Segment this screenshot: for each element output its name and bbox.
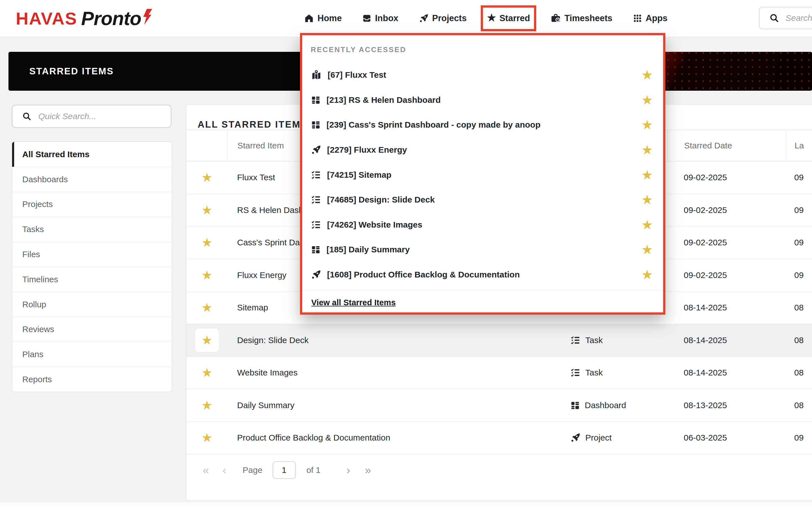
row-star-cell[interactable]: ★ [186, 259, 227, 291]
row-starred-date: 09-02-2025 [667, 161, 786, 194]
row-item-name[interactable]: Daily Summary [227, 400, 570, 410]
starred-filter-list: All Starred Items Dashboards Projects Ta… [12, 142, 172, 392]
star-icon[interactable]: ★ [201, 204, 212, 216]
star-icon[interactable]: ★ [201, 269, 212, 281]
star-icon[interactable]: ★ [642, 193, 653, 206]
sidebar-filter-item[interactable]: Timelines [12, 267, 172, 292]
star-icon[interactable]: ★ [642, 218, 653, 231]
main-nav: Home Inbox [304, 0, 668, 37]
recently-accessed-item[interactable]: [185] Daily Summary ★ [302, 237, 663, 262]
sidebar-filter-label: Reports [22, 375, 52, 384]
row-star-cell[interactable]: ★ [186, 356, 227, 389]
recently-accessed-item[interactable]: [1608] Product Office Backlog & Document… [302, 262, 663, 287]
star-icon[interactable]: ★ [642, 168, 653, 181]
row-item-name[interactable]: Website Images [227, 368, 570, 378]
rocket-icon [419, 13, 429, 23]
recently-accessed-label[interactable]: [239] Cass's Sprint Dashboard - copy mad… [326, 120, 541, 129]
star-icon[interactable]: ★ [642, 68, 653, 81]
row-star-cell[interactable]: ★ [186, 291, 227, 324]
nav-item[interactable]: ★ Starred [487, 13, 530, 23]
recently-accessed-label[interactable]: [74215] Sitemap [327, 170, 391, 180]
recently-accessed-label[interactable]: [185] Daily Summary [326, 245, 410, 255]
row-type-label: Task [585, 335, 603, 345]
quick-search-input[interactable]: Quick Search... [12, 105, 171, 128]
recently-accessed-item[interactable]: [74262] Website Images ★ [302, 212, 663, 237]
header-starred-date: Starred Date [668, 130, 786, 161]
star-icon[interactable]: ★ [642, 243, 653, 256]
recently-accessed-item[interactable]: [74215] Sitemap ★ [302, 162, 663, 187]
row-type-label: Dashboard [585, 400, 626, 410]
star-icon[interactable]: ★ [201, 171, 212, 184]
row-last-date-partial: 08 [786, 324, 812, 356]
star-icon[interactable]: ★ [642, 268, 653, 281]
recently-accessed-item[interactable]: [67] Fluxx Test ★ [302, 62, 663, 88]
sidebar-filter-item[interactable]: Tasks [12, 217, 172, 242]
table-row[interactable]: ★ Product Office Backlog & Documentation… [186, 421, 812, 454]
table-row[interactable]: ★ Design: Slide Deck Task 08-14-2025 08 [186, 324, 812, 357]
rocket-icon [570, 432, 581, 443]
recently-accessed-item[interactable]: [74685] Design: Slide Deck ★ [302, 187, 663, 212]
row-type-cell: Project [570, 421, 667, 454]
star-icon[interactable]: ★ [201, 367, 212, 379]
row-starred-date: 08-14-2025 [667, 356, 786, 389]
row-type-cell: Task [570, 324, 667, 356]
prev-page-button[interactable]: ‹ [222, 464, 226, 476]
recently-accessed-label[interactable]: [1608] Product Office Backlog & Document… [327, 270, 520, 279]
sidebar-filter-label: Timelines [22, 275, 58, 284]
row-star-cell[interactable]: ★ [186, 161, 227, 194]
global-search-input[interactable]: Search P [759, 7, 812, 29]
row-starred-date: 08-14-2025 [667, 291, 786, 324]
nav-item[interactable]: Apps [633, 13, 668, 23]
recently-accessed-item[interactable]: [239] Cass's Sprint Dashboard - copy mad… [302, 112, 663, 137]
table-row[interactable]: ★ Website Images Task 08-14-2025 08 [186, 356, 812, 389]
recently-accessed-label[interactable]: [74262] Website Images [327, 220, 422, 230]
sidebar-filter-item[interactable]: Reviews [12, 317, 172, 342]
row-star-cell[interactable]: ★ [186, 194, 227, 226]
row-star-cell[interactable]: ★ [186, 226, 227, 259]
star-icon[interactable]: ★ [201, 432, 212, 444]
recently-accessed-label[interactable]: [213] RS & Helen Dashboard [326, 95, 441, 105]
row-item-name[interactable]: Design: Slide Deck [227, 335, 570, 345]
starred-dropdown: RECENTLY ACCESSED [67] Fluxx Test ★ [300, 33, 665, 315]
star-icon[interactable]: ★ [642, 94, 653, 107]
row-item-name[interactable]: Product Office Backlog & Documentation [227, 433, 570, 443]
row-star-cell[interactable]: ★ [186, 324, 227, 356]
top-bar: HAVAS Pronto Home [0, 0, 812, 37]
star-icon[interactable]: ★ [201, 399, 212, 411]
row-star-cell[interactable]: ★ [186, 421, 227, 454]
view-all-starred-link[interactable]: View all Starred Items [311, 298, 396, 307]
star-icon[interactable]: ★ [201, 301, 212, 314]
sidebar-filter-item[interactable]: Reports [12, 367, 172, 392]
recently-accessed-item[interactable]: [213] RS & Helen Dashboard ★ [302, 88, 663, 113]
brand-logo[interactable]: HAVAS Pronto [16, 0, 153, 37]
star-icon[interactable]: ★ [642, 144, 653, 156]
row-star-cell[interactable]: ★ [186, 389, 227, 421]
sidebar-filter-item[interactable]: Files [12, 242, 172, 267]
sidebar-filter-item[interactable]: Plans [12, 342, 172, 367]
nav-item[interactable]: Projects [419, 13, 467, 23]
next-page-button[interactable]: › [347, 464, 350, 476]
recently-accessed-label[interactable]: [74685] Design: Slide Deck [327, 195, 435, 205]
row-last-date-partial: 08 [786, 389, 812, 421]
sidebar-filter-item[interactable]: Rollup [12, 292, 172, 317]
recently-accessed-item[interactable]: [2279] Fluxx Energy ★ [302, 137, 663, 163]
recently-accessed-label[interactable]: [67] Fluxx Test [327, 70, 386, 80]
nav-item-label: Home [317, 13, 342, 23]
sidebar-filter-item[interactable]: All Starred Items [12, 142, 172, 167]
row-last-date-partial: 09 [786, 226, 812, 259]
nav-item[interactable]: Timesheets [550, 13, 612, 24]
recently-accessed-label[interactable]: [2279] Fluxx Energy [327, 145, 407, 155]
page-title: STARRED ITEMS [29, 52, 114, 91]
lightning-bolt-icon [142, 9, 153, 25]
sidebar-filter-item[interactable]: Projects [12, 192, 172, 217]
page-number-input[interactable]: 1 [273, 461, 296, 479]
table-row[interactable]: ★ Daily Summary Dashboard 08-13-2025 08 [186, 389, 812, 422]
star-icon[interactable]: ★ [642, 118, 653, 131]
nav-item[interactable]: Inbox [362, 13, 398, 23]
star-icon[interactable]: ★ [201, 334, 212, 346]
first-page-button[interactable]: « [203, 464, 209, 476]
star-icon[interactable]: ★ [201, 236, 212, 249]
sidebar-filter-item[interactable]: Dashboards [12, 167, 172, 192]
nav-item[interactable]: Home [304, 13, 342, 23]
last-page-button[interactable]: » [365, 464, 371, 476]
